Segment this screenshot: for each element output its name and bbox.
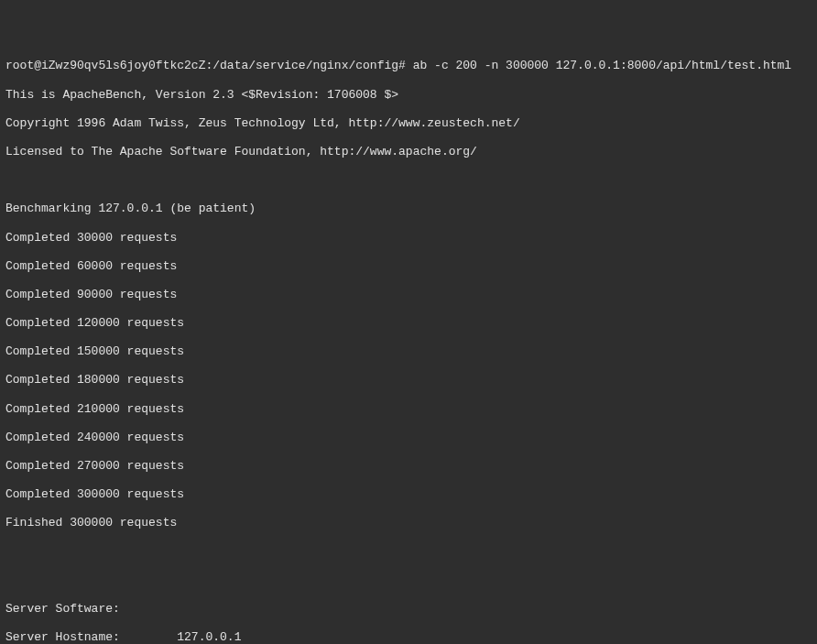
blank-line — [5, 545, 812, 560]
progress-line: Completed 240000 requests — [5, 431, 812, 445]
progress-line: Completed 270000 requests — [5, 459, 812, 474]
progress-line: Completed 210000 requests — [5, 402, 812, 417]
prompt-line[interactable]: root@iZwz90qv5ls6joy0ftkc2cZ:/data/servi… — [5, 59, 812, 73]
shell-prompt: root@iZwz90qv5ls6joy0ftkc2cZ:/data/servi… — [5, 59, 413, 72]
progress-line: Completed 150000 requests — [5, 344, 812, 359]
ab-header-3: Licensed to The Apache Software Foundati… — [5, 145, 812, 159]
ab-header-1: This is ApacheBench, Version 2.3 <$Revis… — [5, 88, 812, 103]
progress-line: Completed 120000 requests — [5, 316, 812, 331]
progress-line: Completed 300000 requests — [5, 487, 812, 502]
progress-line: Completed 60000 requests — [5, 259, 812, 274]
progress-line: Completed 180000 requests — [5, 373, 812, 387]
blank-line — [5, 173, 812, 188]
ab-header-2: Copyright 1996 Adam Twiss, Zeus Technolo… — [5, 116, 812, 131]
progress-line: Completed 90000 requests — [5, 288, 812, 302]
server-software: Server Software: — [5, 602, 812, 617]
benchmarking-line: Benchmarking 127.0.0.1 (be patient) — [5, 202, 812, 216]
progress-line: Completed 30000 requests — [5, 231, 812, 246]
command-text: ab -c 200 -n 300000 127.0.0.1:8000/api/h… — [413, 59, 791, 72]
blank-line — [5, 573, 812, 588]
progress-line: Finished 300000 requests — [5, 516, 812, 530]
server-hostname: Server Hostname: 127.0.0.1 — [5, 630, 812, 644]
